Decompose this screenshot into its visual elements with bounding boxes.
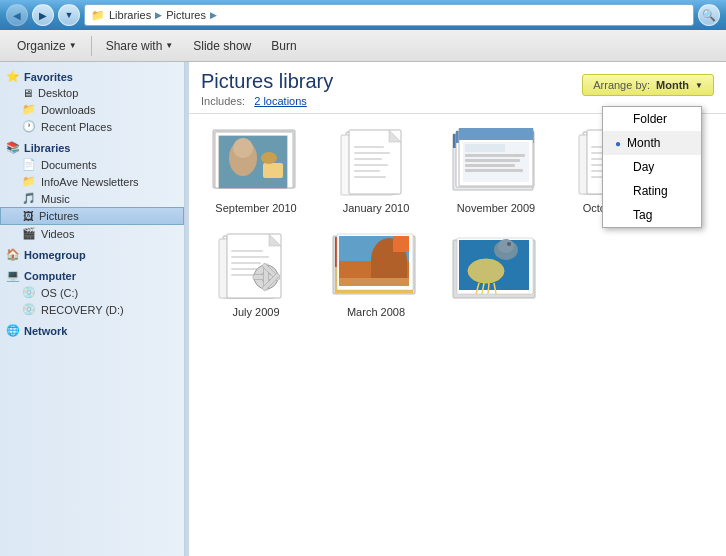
libraries-header[interactable]: 📚 Libraries <box>0 139 184 156</box>
svg-rect-28 <box>465 159 520 162</box>
videos-icon: 🎬 <box>22 227 36 240</box>
includes-label: Includes: <box>201 95 245 107</box>
d-drive-icon: 💿 <box>22 303 36 316</box>
jan2010-label: January 2010 <box>343 202 410 214</box>
svg-rect-72 <box>339 278 409 286</box>
jan2010-thumbnail <box>331 128 421 198</box>
dropdown-label-month: Month <box>627 136 660 150</box>
address-part-pictures[interactable]: Pictures <box>166 9 206 21</box>
svg-point-84 <box>498 239 514 253</box>
favorites-header[interactable]: ⭐ Favorites <box>0 68 184 85</box>
folder-item-jan2010[interactable]: January 2010 <box>321 124 431 218</box>
sidebar-item-music[interactable]: 🎵 Music <box>0 190 184 207</box>
sidebar-item-recent-places[interactable]: 🕐 Recent Places <box>0 118 184 135</box>
homegroup-icon: 🏠 <box>6 248 20 261</box>
sidebar-item-c-drive[interactable]: 💿 OS (C:) <box>0 284 184 301</box>
sidebar-label-recent: Recent Places <box>41 121 112 133</box>
sidebar-item-videos[interactable]: 🎬 Videos <box>0 225 184 242</box>
favorites-group: ⭐ Favorites 🖥 Desktop 📁 Downloads 🕐 Rece… <box>0 68 184 135</box>
slideshow-button[interactable]: Slide show <box>184 34 260 58</box>
arrange-by-button[interactable]: Arrange by: Month ▼ <box>582 74 714 96</box>
folder-item-mar2008[interactable]: March 2008 <box>321 228 431 322</box>
libraries-group: 📚 Libraries 📄 Documents 📁 InfoAve Newsle… <box>0 139 184 242</box>
homegroup-header[interactable]: 🏠 Homegroup <box>0 246 184 263</box>
toolbar: Organize ▼ Share with ▼ Slide show Burn <box>0 30 726 62</box>
svg-line-81 <box>488 283 489 294</box>
address-folder-icon: 📁 <box>91 9 105 22</box>
dropdown-label-day: Day <box>633 160 654 174</box>
svg-rect-17 <box>354 170 380 172</box>
sidebar-label-documents: Documents <box>41 159 97 171</box>
arrange-dropdown-menu: Folder ● Month Day Rating <box>602 106 702 228</box>
library-title: Pictures library <box>201 70 333 93</box>
sidebar-label-desktop: Desktop <box>38 87 78 99</box>
mar2008-thumbnail <box>331 232 421 302</box>
svg-rect-16 <box>354 164 388 166</box>
share-with-button[interactable]: Share with ▼ <box>97 34 183 58</box>
svg-rect-73 <box>393 236 409 252</box>
dropdown-item-rating[interactable]: Rating <box>603 179 701 203</box>
sidebar-label-downloads: Downloads <box>41 104 95 116</box>
address-bar[interactable]: 📁 Libraries ▶ Pictures ▶ <box>84 4 694 26</box>
c-drive-icon: 💿 <box>22 286 36 299</box>
star-icon: ⭐ <box>6 70 20 83</box>
network-header[interactable]: 🌐 Network <box>0 322 184 339</box>
arrange-by-value: Month <box>656 79 689 91</box>
sidebar-label-d-drive: RECOVERY (D:) <box>41 304 124 316</box>
back-button[interactable]: ◀ <box>6 4 28 26</box>
svg-rect-13 <box>354 146 384 148</box>
search-button[interactable]: 🔍 <box>698 4 720 26</box>
up-button[interactable]: ▼ <box>58 4 80 26</box>
svg-rect-14 <box>354 152 390 154</box>
content-area: Pictures library Includes: 2 locations A… <box>189 62 726 556</box>
svg-rect-26 <box>465 144 505 152</box>
sidebar-item-pictures[interactable]: 🖼 Pictures <box>0 207 184 225</box>
dropdown-item-day[interactable]: Day <box>603 155 701 179</box>
folder-item-animals[interactable] <box>441 232 551 322</box>
sidebar-label-c-drive: OS (C:) <box>41 287 78 299</box>
mar2008-label: March 2008 <box>347 306 405 318</box>
locations-link[interactable]: 2 locations <box>254 95 307 107</box>
documents-icon: 📄 <box>22 158 36 171</box>
month-radio: ● <box>615 138 621 149</box>
burn-button[interactable]: Burn <box>262 34 305 58</box>
library-header: Pictures library Includes: 2 locations A… <box>189 62 726 114</box>
dropdown-item-folder[interactable]: Folder <box>603 107 701 131</box>
sidebar: ⭐ Favorites 🖥 Desktop 📁 Downloads 🕐 Rece… <box>0 62 185 556</box>
main-layout: ⭐ Favorites 🖥 Desktop 📁 Downloads 🕐 Rece… <box>0 62 726 556</box>
jul2009-thumbnail <box>211 232 301 302</box>
folder-item-jul2009[interactable]: July 2009 <box>201 228 311 322</box>
dropdown-item-month[interactable]: ● Month <box>603 131 701 155</box>
libraries-label: Libraries <box>24 142 70 154</box>
tag-radio <box>615 208 627 222</box>
forward-button[interactable]: ▶ <box>32 4 54 26</box>
toolbar-sep-1 <box>91 36 92 56</box>
arrange-by-label: Arrange by: <box>593 79 650 91</box>
folder-item-sep2010[interactable]: September 2010 <box>201 124 311 218</box>
computer-header[interactable]: 💻 Computer <box>0 267 184 284</box>
homegroup-label: Homegroup <box>24 249 86 261</box>
sidebar-label-pictures: Pictures <box>39 210 79 222</box>
favorites-label: Favorites <box>24 71 73 83</box>
share-arrow: ▼ <box>165 41 173 50</box>
svg-rect-24 <box>459 128 533 140</box>
nov2009-label: November 2009 <box>457 202 535 214</box>
sidebar-item-downloads[interactable]: 📁 Downloads <box>0 101 184 118</box>
folder-item-nov2009[interactable]: November 2009 <box>441 124 551 218</box>
svg-rect-18 <box>354 176 386 178</box>
dropdown-item-tag[interactable]: Tag <box>603 203 701 227</box>
sep2010-label: September 2010 <box>215 202 296 214</box>
sidebar-item-documents[interactable]: 📄 Documents <box>0 156 184 173</box>
organize-button[interactable]: Organize ▼ <box>8 34 86 58</box>
sidebar-item-infoave[interactable]: 📁 InfoAve Newsletters <box>0 173 184 190</box>
downloads-icon: 📁 <box>22 103 36 116</box>
organize-label: Organize <box>17 39 66 53</box>
address-part[interactable]: Libraries <box>109 9 151 21</box>
slideshow-label: Slide show <box>193 39 251 53</box>
sidebar-item-d-drive[interactable]: 💿 RECOVERY (D:) <box>0 301 184 318</box>
network-label: Network <box>24 325 67 337</box>
jul2009-label: July 2009 <box>232 306 279 318</box>
homegroup-group: 🏠 Homegroup <box>0 246 184 263</box>
sidebar-item-desktop[interactable]: 🖥 Desktop <box>0 85 184 101</box>
share-label: Share with <box>106 39 163 53</box>
